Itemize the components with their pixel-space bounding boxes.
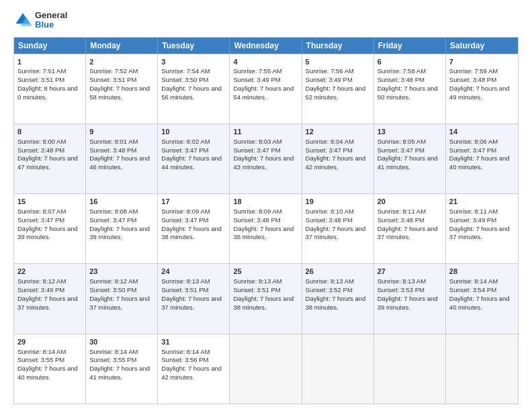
header-friday: Friday (374, 38, 446, 54)
table-row (374, 334, 446, 404)
sunset: Sunset: 3:48 PM (378, 216, 425, 224)
day-number: 17 (161, 197, 226, 207)
table-row: 3Sunrise: 7:54 AMSunset: 3:50 PMDaylight… (158, 54, 230, 124)
page: General Blue Sunday Monday Tuesday Wedne… (0, 0, 532, 411)
day-number: 9 (89, 127, 154, 137)
sunrise: Sunrise: 7:58 AM (378, 67, 426, 75)
sunset: Sunset: 3:47 PM (233, 146, 280, 154)
table-row: 24Sunrise: 8:13 AMSunset: 3:51 PMDayligh… (158, 264, 230, 333)
sunrise: Sunrise: 8:14 AM (161, 348, 210, 355)
logo-line2: Blue (35, 20, 67, 30)
sunrise: Sunrise: 7:55 AM (233, 67, 281, 75)
day-number: 29 (17, 337, 82, 347)
day-number: 10 (161, 127, 226, 137)
daylight: Daylight: 7 hours and 42 minutes. (306, 154, 366, 171)
day-number: 5 (306, 57, 370, 67)
table-row: 30Sunrise: 8:14 AMSunset: 3:55 PMDayligh… (86, 334, 158, 404)
sunrise: Sunrise: 7:56 AM (306, 67, 354, 75)
daylight: Daylight: 7 hours and 37 minutes. (161, 295, 222, 311)
table-row: 5Sunrise: 7:56 AMSunset: 3:49 PMDaylight… (302, 54, 374, 124)
header-thursday: Thursday (302, 38, 374, 54)
table-row: 26Sunrise: 8:13 AMSunset: 3:52 PMDayligh… (302, 264, 374, 333)
table-row: 4Sunrise: 7:55 AMSunset: 3:49 PMDaylight… (230, 54, 302, 124)
day-number: 3 (161, 57, 226, 67)
sunrise: Sunrise: 8:05 AM (378, 138, 426, 145)
sunset: Sunset: 3:54 PM (449, 286, 496, 293)
day-number: 27 (378, 267, 442, 277)
daylight: Daylight: 7 hours and 46 minutes. (89, 154, 150, 171)
day-number: 22 (17, 267, 82, 277)
day-number: 2 (89, 57, 154, 67)
sunset: Sunset: 3:51 PM (89, 76, 136, 83)
day-number: 11 (233, 127, 298, 137)
sunrise: Sunrise: 8:12 AM (89, 277, 138, 285)
daylight: Daylight: 7 hours and 38 minutes. (161, 225, 222, 241)
daylight: Daylight: 7 hours and 58 minutes. (89, 85, 150, 101)
sunset: Sunset: 3:48 PM (306, 216, 353, 224)
sunset: Sunset: 3:48 PM (17, 146, 64, 154)
daylight: Daylight: 7 hours and 38 minutes. (233, 225, 294, 241)
sunset: Sunset: 3:47 PM (449, 146, 496, 154)
daylight: Daylight: 8 hours and 0 minutes. (17, 85, 78, 101)
sunset: Sunset: 3:51 PM (233, 286, 280, 293)
table-row: 14Sunrise: 8:06 AMSunset: 3:47 PMDayligh… (446, 124, 518, 193)
sunrise: Sunrise: 8:14 AM (449, 277, 498, 285)
daylight: Daylight: 7 hours and 54 minutes. (233, 85, 294, 101)
day-number: 24 (161, 267, 226, 277)
table-row: 11Sunrise: 8:03 AMSunset: 3:47 PMDayligh… (230, 124, 302, 193)
table-row (230, 334, 302, 404)
daylight: Daylight: 7 hours and 37 minutes. (17, 295, 78, 311)
daylight: Daylight: 7 hours and 41 minutes. (378, 154, 438, 171)
table-row: 21Sunrise: 8:11 AMSunset: 3:49 PMDayligh… (446, 194, 518, 263)
sunset: Sunset: 3:47 PM (17, 216, 64, 224)
daylight: Daylight: 7 hours and 50 minutes. (378, 85, 438, 101)
table-row: 27Sunrise: 8:13 AMSunset: 3:53 PMDayligh… (374, 264, 446, 333)
header-tuesday: Tuesday (158, 38, 230, 54)
day-number: 7 (449, 57, 515, 67)
logo-icon (13, 11, 32, 30)
day-number: 23 (89, 267, 154, 277)
sunset: Sunset: 3:48 PM (233, 216, 280, 224)
sunrise: Sunrise: 8:01 AM (89, 138, 138, 145)
sunrise: Sunrise: 8:13 AM (161, 277, 210, 285)
daylight: Daylight: 7 hours and 40 minutes. (449, 295, 510, 311)
sunset: Sunset: 3:55 PM (17, 356, 64, 363)
day-number: 30 (89, 337, 154, 347)
sunrise: Sunrise: 8:02 AM (161, 138, 210, 145)
table-row: 31Sunrise: 8:14 AMSunset: 3:56 PMDayligh… (158, 334, 230, 404)
sunrise: Sunrise: 8:04 AM (306, 138, 354, 145)
sunrise: Sunrise: 8:12 AM (17, 277, 66, 285)
sunset: Sunset: 3:47 PM (89, 216, 136, 224)
daylight: Daylight: 7 hours and 37 minutes. (449, 225, 510, 241)
sunset: Sunset: 3:49 PM (306, 76, 353, 83)
sunrise: Sunrise: 8:13 AM (233, 277, 281, 285)
daylight: Daylight: 7 hours and 37 minutes. (89, 295, 150, 311)
sunset: Sunset: 3:47 PM (161, 146, 208, 154)
day-number: 20 (378, 197, 442, 207)
header-wednesday: Wednesday (230, 38, 302, 54)
sunset: Sunset: 3:49 PM (17, 286, 64, 293)
table-row: 23Sunrise: 8:12 AMSunset: 3:50 PMDayligh… (86, 264, 158, 333)
daylight: Daylight: 7 hours and 56 minutes. (161, 85, 222, 101)
week-row-2: 8Sunrise: 8:00 AMSunset: 3:48 PMDaylight… (14, 124, 518, 193)
sunrise: Sunrise: 8:08 AM (89, 208, 138, 215)
table-row (302, 334, 374, 404)
day-number: 4 (233, 57, 298, 67)
daylight: Daylight: 7 hours and 41 minutes. (89, 365, 150, 381)
table-row: 7Sunrise: 7:59 AMSunset: 3:48 PMDaylight… (446, 54, 518, 124)
week-row-1: 1Sunrise: 7:51 AMSunset: 3:51 PMDaylight… (14, 54, 518, 124)
table-row: 12Sunrise: 8:04 AMSunset: 3:47 PMDayligh… (302, 124, 374, 193)
daylight: Daylight: 7 hours and 37 minutes. (378, 225, 438, 241)
week-row-4: 22Sunrise: 8:12 AMSunset: 3:49 PMDayligh… (14, 263, 518, 333)
table-row: 8Sunrise: 8:00 AMSunset: 3:48 PMDaylight… (14, 124, 86, 193)
sunrise: Sunrise: 7:52 AM (89, 67, 138, 75)
sunset: Sunset: 3:47 PM (306, 146, 353, 154)
day-number: 13 (378, 127, 442, 137)
sunrise: Sunrise: 8:10 AM (306, 208, 354, 215)
day-number: 21 (449, 197, 515, 207)
sunset: Sunset: 3:48 PM (89, 146, 136, 154)
daylight: Daylight: 7 hours and 43 minutes. (233, 154, 294, 171)
day-number: 14 (449, 127, 515, 137)
logo-line1: General (35, 11, 67, 20)
table-row: 9Sunrise: 8:01 AMSunset: 3:48 PMDaylight… (86, 124, 158, 193)
